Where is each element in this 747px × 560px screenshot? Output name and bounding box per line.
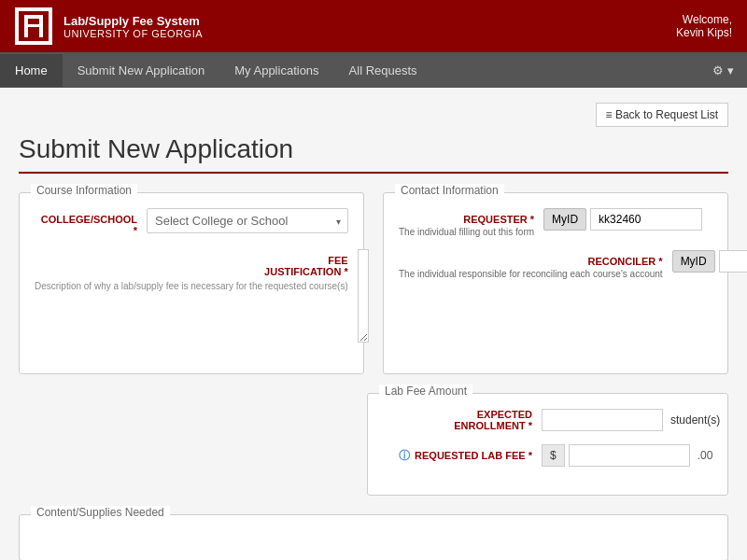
fee-required: *	[529, 450, 532, 461]
reconciler-label: RECONCILER * The individual responsible …	[399, 250, 663, 279]
college-select-wrapper: Select College or School ▾	[147, 208, 348, 233]
requested-fee-field-row: ⓘ REQUESTED LAB FEE * $ .00	[383, 444, 712, 467]
fee-justification-textarea[interactable]	[358, 249, 369, 343]
requester-required: *	[530, 214, 534, 225]
reconciler-description: The individual responsible for reconcili…	[399, 269, 663, 279]
requested-fee-label: ⓘ REQUESTED LAB FEE *	[383, 448, 532, 464]
user-name: Kevin Kips!	[676, 26, 732, 39]
welcome-text: Welcome,	[676, 13, 732, 26]
enrollment-label-text: EXPECTEDENROLLMENT	[454, 409, 532, 431]
top-form-row: Course Information COLLEGE/SCHOOL * Sele…	[19, 192, 728, 374]
reconciler-field-row: RECONCILER * The individual responsible …	[399, 250, 712, 279]
requester-label: REQUESTER * The individual filling out t…	[399, 208, 534, 237]
fee-label-text: FEEJUSTIFICATION	[264, 255, 348, 277]
enrollment-label: EXPECTEDENROLLMENT *	[383, 409, 532, 431]
college-required: *	[134, 225, 137, 236]
requester-description: The individual filling out this form	[399, 227, 534, 237]
content-supplies-section: Content/Supplies Needed	[19, 514, 728, 560]
course-information-section: Course Information COLLEGE/SCHOOL * Sele…	[19, 192, 364, 374]
college-label-text: COLLEGE/SCHOOL	[41, 214, 137, 225]
enrollment-input[interactable]	[542, 409, 663, 431]
enrollment-field-row: EXPECTEDENROLLMENT * student(s)	[383, 409, 712, 431]
header-left: Lab/Supply Fee System UNIVERSITY OF GEOR…	[15, 7, 203, 45]
requester-myid-button[interactable]: MyID	[543, 208, 586, 231]
bottom-form-row: Lab Fee Amount EXPECTEDENROLLMENT * stud…	[19, 393, 728, 496]
caret-icon: ▾	[727, 63, 734, 77]
user-welcome: Welcome, Kevin Kips!	[676, 13, 732, 39]
university-logo	[15, 7, 52, 45]
nav-submit[interactable]: Submit New Application	[63, 54, 220, 87]
college-label: COLLEGE/SCHOOL *	[35, 208, 137, 236]
contact-section-legend: Contact Information	[395, 184, 504, 197]
college-select[interactable]: Select College or School	[147, 208, 348, 233]
enrollment-input-group: student(s)	[542, 409, 720, 431]
info-icon: ⓘ	[399, 449, 410, 462]
lab-fee-section: Lab Fee Amount EXPECTEDENROLLMENT * stud…	[367, 393, 728, 496]
college-control: Select College or School ▾	[147, 208, 348, 233]
fee-label-text: REQUESTED LAB FEE	[415, 450, 526, 461]
reconciler-myid-button[interactable]: MyID	[672, 250, 715, 273]
navbar: Home Submit New Application My Applicati…	[0, 52, 747, 88]
fee-description: Description of why a lab/supply fee is n…	[35, 281, 348, 291]
cents-label: .00	[698, 449, 713, 462]
reconciler-input-group: MyID	[672, 250, 747, 273]
svg-rect-4	[24, 24, 43, 27]
fee-justification-label: FEEJUSTIFICATION * Description of why a …	[35, 249, 348, 291]
lab-fee-input[interactable]	[569, 444, 690, 467]
reconciler-label-text: RECONCILER	[588, 256, 656, 267]
back-to-request-list-button[interactable]: ≡ Back to Request List	[596, 103, 728, 127]
settings-menu[interactable]: ⚙ ▾	[699, 54, 747, 87]
requester-input[interactable]	[590, 208, 702, 231]
reconciler-required: *	[658, 256, 662, 267]
nav-all-requests[interactable]: All Requests	[334, 54, 432, 87]
fee-justification-field-row: FEEJUSTIFICATION * Description of why a …	[35, 249, 348, 345]
gear-icon: ⚙	[712, 63, 724, 77]
requester-field-row: REQUESTER * The individual filling out t…	[399, 208, 712, 237]
header: Lab/Supply Fee System UNIVERSITY OF GEOR…	[0, 0, 747, 52]
enrollment-required: *	[529, 420, 532, 431]
page-content: ≡ Back to Request List Submit New Applic…	[0, 88, 747, 560]
nav-home[interactable]: Home	[0, 54, 63, 87]
lab-fee-legend: Lab Fee Amount	[379, 385, 472, 398]
requester-label-text: REQUESTER	[463, 214, 527, 225]
back-btn-row: ≡ Back to Request List	[19, 103, 728, 127]
college-field-row: COLLEGE/SCHOOL * Select College or Schoo…	[35, 208, 348, 236]
course-section-legend: Course Information	[31, 184, 137, 197]
fee-justification-control	[358, 249, 369, 345]
header-title: Lab/Supply Fee System UNIVERSITY OF GEOR…	[63, 14, 203, 39]
nav-my-applications[interactable]: My Applications	[219, 54, 333, 87]
fee-required: *	[344, 266, 347, 277]
contact-information-section: Contact Information REQUESTER * The indi…	[383, 192, 728, 374]
reconciler-input[interactable]	[719, 250, 747, 273]
university-name: UNIVERSITY OF GEORGIA	[63, 28, 203, 39]
bottom-left-spacer	[19, 393, 348, 496]
content-supplies-legend: Content/Supplies Needed	[31, 506, 170, 519]
requested-fee-input-group: $ .00	[542, 444, 712, 467]
app-name: Lab/Supply Fee System	[63, 14, 203, 28]
requester-input-group: MyID	[543, 208, 702, 231]
dollar-sign: $	[542, 444, 565, 467]
page-title: Submit New Application	[19, 134, 728, 174]
students-label: student(s)	[670, 413, 720, 427]
